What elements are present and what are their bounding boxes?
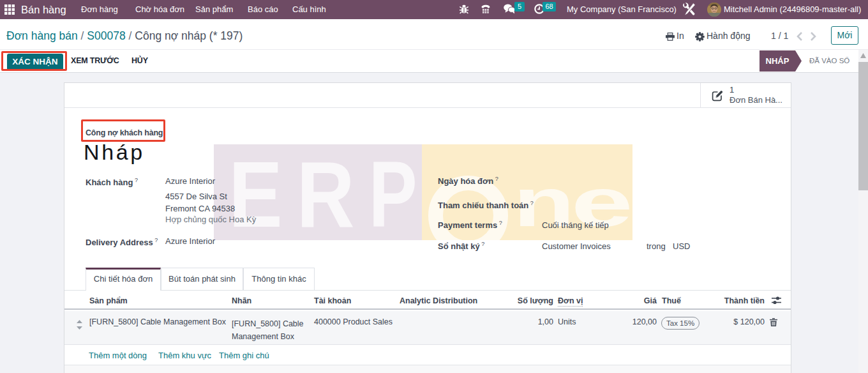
svg-text:R: R [297, 144, 355, 247]
svg-text:P: P [369, 144, 417, 247]
svg-text:E: E [228, 144, 283, 247]
